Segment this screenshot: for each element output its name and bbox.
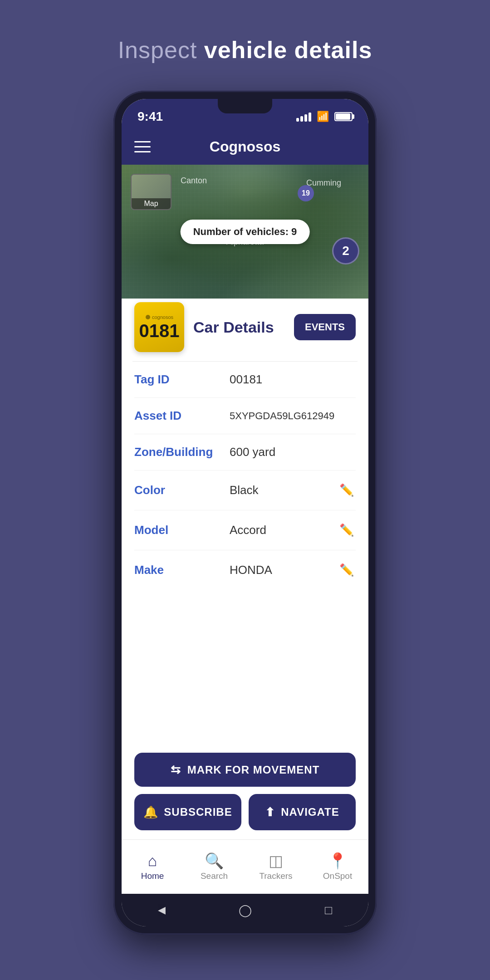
status-icons: 📶 — [296, 111, 353, 122]
page-title-light: Inspect — [118, 37, 204, 63]
nav-label-onspot: OnSpot — [323, 871, 352, 881]
page-header-title: Inspect vehicle details — [118, 36, 372, 64]
detail-row-color: Color Black ✏️ — [134, 470, 356, 510]
map-thumbnail-label: Map — [132, 198, 171, 209]
detail-label-asset-id: Asset ID — [134, 409, 230, 423]
mark-movement-icon: ⇆ — [171, 763, 181, 777]
detail-label-make: Make — [134, 563, 230, 577]
sheet-title: Car Details — [193, 318, 285, 336]
signal-icon — [296, 112, 311, 122]
subscribe-button[interactable]: 🔔 SUBSCRIBE — [134, 794, 241, 830]
nav-item-home[interactable]: ⌂ Home — [122, 840, 183, 894]
events-button[interactable]: EVENTS — [294, 314, 356, 340]
android-nav: ◀ ◯ □ — [122, 894, 368, 926]
detail-label-tag-id: Tag ID — [134, 372, 230, 387]
app-header: Cognosos — [122, 128, 368, 165]
edit-make-icon[interactable]: ✏️ — [338, 561, 356, 579]
page-title-bold: vehicle details — [204, 37, 372, 63]
detail-value-zone: 600 yard — [230, 445, 356, 459]
android-home-button[interactable]: ◯ — [239, 903, 252, 917]
app-title: Cognosos — [210, 138, 280, 155]
detail-value-model: Accord — [230, 523, 338, 537]
car-tag: cognosos 0181 — [134, 302, 184, 352]
subscribe-icon: 🔔 — [143, 805, 158, 819]
road-badge: 19 — [298, 185, 314, 201]
map-thumbnail[interactable]: Map — [131, 174, 172, 210]
detail-value-asset-id: 5XYPGDA59LG612949 — [230, 410, 356, 422]
navigate-icon: ⬆ — [265, 805, 275, 819]
trackers-icon: ◫ — [269, 853, 283, 868]
search-icon: 🔍 — [205, 853, 224, 868]
phone-notch — [218, 99, 272, 113]
map-label-cumming: Cumming — [306, 178, 341, 188]
road-label: 19 — [302, 189, 310, 197]
detail-label-color: Color — [134, 483, 230, 497]
subscribe-label: SUBSCRIBE — [164, 806, 232, 818]
battery-icon — [334, 112, 353, 121]
navigate-label: NAVIGATE — [281, 806, 339, 818]
edit-model-icon[interactable]: ✏️ — [338, 521, 356, 539]
action-buttons: ⇆ MARK FOR MOVEMENT 🔔 SUBSCRIBE ⬆ NAVIGA… — [122, 745, 368, 839]
detail-value-tag-id: 00181 — [230, 372, 356, 387]
nav-item-search[interactable]: 🔍 Search — [183, 840, 245, 894]
wifi-icon: 📶 — [317, 111, 329, 122]
detail-label-model: Model — [134, 523, 230, 537]
detail-value-color: Black — [230, 483, 338, 497]
detail-row-zone: Zone/Building 600 yard — [134, 434, 356, 470]
menu-button[interactable] — [134, 141, 151, 152]
detail-row-tag-id: Tag ID 00181 — [134, 362, 356, 398]
onspot-icon: 📍 — [328, 853, 347, 868]
nav-item-trackers[interactable]: ◫ Trackers — [245, 840, 307, 894]
nav-label-search: Search — [201, 871, 228, 881]
bottom-sheet: cognosos 0181 Car Details EVENTS Tag ID … — [122, 289, 368, 894]
nav-item-onspot[interactable]: 📍 OnSpot — [307, 840, 368, 894]
car-tag-number: 0181 — [139, 322, 180, 340]
car-tag-logo: cognosos — [145, 314, 173, 320]
vehicles-count-text: Number of vehicles: 9 — [193, 226, 297, 237]
cluster-number: 2 — [342, 244, 349, 258]
map-area[interactable]: Canton Cumming Alpharetta Map Number of … — [122, 165, 368, 299]
detail-value-make: HONDA — [230, 563, 338, 577]
detail-label-zone: Zone/Building — [134, 445, 230, 459]
status-time: 9:41 — [137, 109, 163, 124]
home-icon: ⌂ — [148, 853, 157, 868]
mark-movement-button[interactable]: ⇆ MARK FOR MOVEMENT — [134, 753, 356, 787]
detail-row-asset-id: Asset ID 5XYPGDA59LG612949 — [134, 398, 356, 434]
sheet-header: cognosos 0181 Car Details EVENTS — [122, 302, 368, 361]
mark-movement-label: MARK FOR MOVEMENT — [187, 764, 320, 776]
vehicles-count-badge: Number of vehicles: 9 — [181, 220, 310, 244]
edit-color-icon[interactable]: ✏️ — [338, 481, 356, 499]
nav-label-home: Home — [141, 871, 164, 881]
detail-row-model: Model Accord ✏️ — [134, 510, 356, 550]
map-cluster-badge[interactable]: 2 — [332, 237, 359, 265]
details-list: Tag ID 00181 Asset ID 5XYPGDA59LG612949 … — [122, 362, 368, 745]
android-back-button[interactable]: ◀ — [158, 904, 166, 916]
phone-frame: 9:41 📶 Cognosos — [113, 91, 377, 935]
bottom-nav: ⌂ Home 🔍 Search ◫ Trackers 📍 OnSpot — [122, 839, 368, 894]
navigate-button[interactable]: ⬆ NAVIGATE — [249, 794, 356, 830]
detail-row-make: Make HONDA ✏️ — [134, 550, 356, 590]
map-label-canton: Canton — [181, 176, 207, 186]
nav-label-trackers: Trackers — [259, 871, 292, 881]
svg-point-0 — [146, 315, 150, 319]
android-recents-button[interactable]: □ — [325, 903, 332, 917]
